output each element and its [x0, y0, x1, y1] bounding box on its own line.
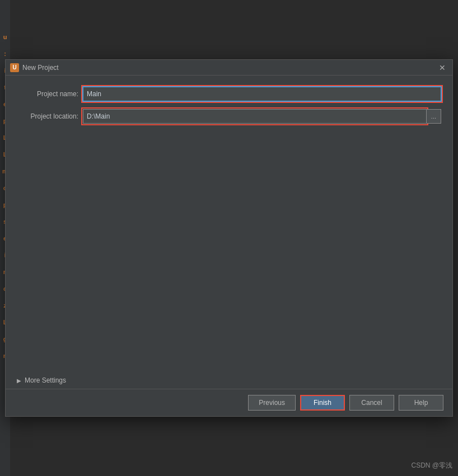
dialog-empty-area	[17, 131, 441, 366]
dialog-title: New Project	[22, 64, 59, 72]
titlebar-left: U New Project	[10, 63, 59, 72]
dialog-content: Project name: Project location: ...	[6, 76, 452, 372]
project-name-label: Project name:	[17, 90, 78, 98]
project-name-row: Project name:	[17, 87, 441, 101]
dialog-app-icon: U	[10, 63, 19, 72]
cancel-button[interactable]: Cancel	[349, 395, 394, 411]
more-settings-arrow-icon: ▶	[17, 378, 21, 384]
new-project-dialog: U New Project ✕ Project name: Project lo…	[5, 59, 453, 417]
previous-button[interactable]: Previous	[248, 395, 296, 411]
help-button[interactable]: Help	[399, 395, 443, 411]
more-settings-row[interactable]: ▶ More Settings	[6, 372, 452, 389]
dialog-close-button[interactable]: ✕	[437, 62, 448, 73]
dialog-overlay: U New Project ✕ Project name: Project lo…	[0, 0, 458, 476]
project-location-input-group: ...	[83, 109, 441, 124]
finish-button[interactable]: Finish	[300, 395, 345, 411]
more-settings-label: More Settings	[25, 376, 66, 384]
project-location-label: Project location:	[17, 112, 78, 120]
dialog-titlebar: U New Project ✕	[6, 60, 452, 76]
project-name-input[interactable]	[83, 87, 441, 101]
project-location-input[interactable]	[83, 109, 427, 124]
project-location-row: Project location: ...	[17, 109, 441, 124]
project-name-input-wrapper	[83, 87, 441, 101]
browse-button[interactable]: ...	[427, 109, 441, 124]
dialog-footer: Previous Finish Cancel Help	[6, 389, 452, 416]
